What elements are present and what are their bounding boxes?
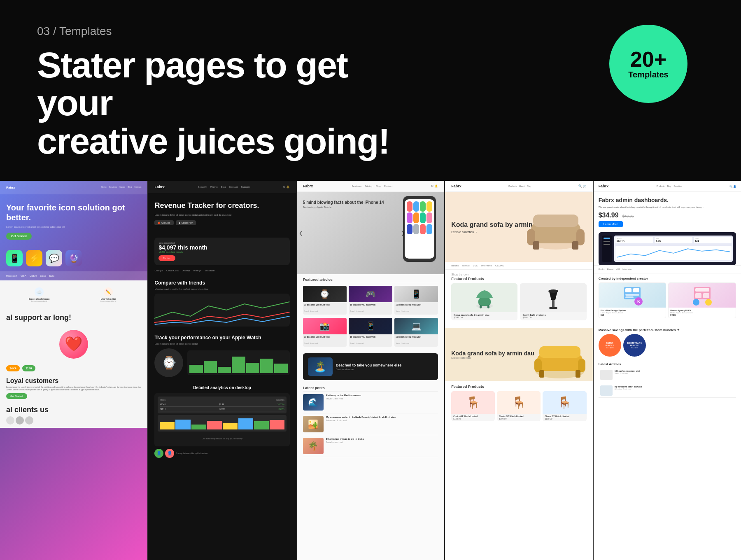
t5-nav-items: Products Blog Freebies <box>657 185 682 187</box>
t3-post-1-title: Pathway to the Mediterranean <box>326 394 361 397</box>
template-card-2[interactable]: Fabrx Security Pricing Blog Contact Supp… <box>148 181 296 560</box>
t4-product-1[interactable]: Kona grand sofa by armin dau $399.00 <box>451 283 517 320</box>
t3-article-4-meta: Travel · 5 min read <box>304 342 318 344</box>
t5-super-bundle-sub: Save $126 <box>606 347 614 349</box>
t2-google-play-btn[interactable]: ▶ Google Play <box>176 220 196 225</box>
t3-promo-card[interactable]: 🏝️ Beached to take you somewhere else Di… <box>303 353 438 380</box>
t3-article-2[interactable]: 🎮 10 beaches you must visit Travel · 5 m… <box>349 286 392 315</box>
template-card-5[interactable]: Fabrx Products Blog Freebies 🔍 👤 Fabrx a… <box>594 181 741 560</box>
t3-post-1-meta: Travel · 3 min read <box>326 397 361 400</box>
template-card-4[interactable]: Fabrx Products About Blog 🔍 🛒 Koda grand… <box>445 181 593 560</box>
template-card-1[interactable]: Fabrx Home Services Cases Blog Contact Y… <box>0 181 148 560</box>
section-label: 03 / Templates <box>37 25 704 38</box>
svg-point-33 <box>705 299 712 306</box>
t1-features-section: ☁️ Secure cloud storage Lorem ipsum dolo… <box>0 280 147 310</box>
t2-abar-3 <box>191 425 206 429</box>
t5-card-1-img: K <box>599 283 666 308</box>
t3-article-5[interactable]: 📱 10 beaches you must visit Travel · 5 m… <box>349 318 392 347</box>
t2-bar-2 <box>204 361 217 373</box>
t3-post-3[interactable]: 🌴 10 amazing things to do in Cuba Travel… <box>303 438 438 457</box>
t2-table-row2-col3: 8.30% <box>279 408 284 410</box>
t5-headline: Fabrx admin dashboards. <box>599 197 736 204</box>
t2-bar-7 <box>274 364 287 373</box>
t2-chart-title: Compare with friends <box>154 280 289 286</box>
svg-rect-12 <box>549 307 557 309</box>
t1-feature-cloud-desc: Lorem ipsum dolor sit <box>8 300 70 302</box>
t3-logo: Fabrx <box>303 184 313 188</box>
t4-featured-grid: 🪑 Chairs GT Watch Limited $199.00 🪑 Chai… <box>451 391 586 421</box>
t2-table-col1: #1543 <box>160 403 165 406</box>
t3-app-8 <box>426 212 432 223</box>
t3-article-6-meta: Travel · 5 min read <box>396 342 409 344</box>
t2-abar-2 <box>175 420 190 429</box>
t3-featured-articles: Featured articles ⌚ 10 beaches you must … <box>297 274 444 353</box>
t5-latest-articles-title: Latest Articles <box>599 362 736 366</box>
t4-featured-chair-1[interactable]: 🪑 Chairs GT Watch Limited $199.00 <box>451 391 495 421</box>
svg-rect-18 <box>539 346 580 358</box>
t4-product-2-img <box>520 283 586 312</box>
t1-feature-icon-cloud: ☁️ <box>35 287 44 296</box>
t3-article-2-meta: Travel · 5 min read <box>350 310 364 312</box>
t4-product-2[interactable]: Denyi light systems $199.00 <box>520 283 586 320</box>
t4-featured-chair-2[interactable]: 🪑 Chairs GT Watch Limited $199.00 <box>497 391 541 421</box>
t2-logos: Google Coca-Cola Disney orange outbrain <box>148 265 296 276</box>
main-heading: Stater pages to get your creative juices… <box>37 46 408 160</box>
t5-dash-card-1: Revenue $12.4K <box>615 237 653 243</box>
t2-earnings-card: You generated $4,097 this month +12% fro… <box>154 238 289 265</box>
t5-super-bundle-badge[interactable]: SUPERBUNDLE Save $126 <box>599 334 621 357</box>
t2-abar-5 <box>223 423 238 429</box>
t5-super-bundle-label: SUPERBUNDLE <box>606 342 614 347</box>
t2-instant-label: Get instant key results for any $0.39 mo… <box>202 437 242 440</box>
t2-watch-text: Lorem ipsum dolor sit amet consectetur <box>154 343 289 345</box>
t1-loyal-section: Loyal customers Lorem ipsum is simply du… <box>0 374 147 402</box>
t5-article-item-2[interactable]: My awesome safari in Dubai Adventure · 5… <box>599 384 736 398</box>
t3-next-arrow[interactable]: ❯ <box>401 230 405 236</box>
t3-post-2[interactable]: 🏜️ My awesome safari in Lahhab Desert, U… <box>303 416 438 435</box>
t4-featured-chair-3[interactable]: 🪑 Chairs GT Watch Limited $199.00 <box>543 391 586 421</box>
t5-article-1-img <box>600 370 613 380</box>
t5-cards-grid: K Kira - Mini Design System 1 item · Fig… <box>599 282 736 318</box>
t4-product-2-info: Denyi light systems $199.00 <box>520 312 586 320</box>
t5-price-row: $34.99 $49.95 <box>599 212 736 219</box>
t3-article-6[interactable]: 💻 10 beaches you must visit Travel · 5 m… <box>394 318 438 347</box>
t4-product-2-price: $199.00 <box>522 316 584 319</box>
t2-bar-5 <box>246 363 259 373</box>
t1-clients-section: al clients us <box>0 402 147 428</box>
svg-rect-9 <box>480 305 482 308</box>
t5-hero-cta-button[interactable]: Learn More <box>599 221 623 227</box>
t1-subtext: Lorem ipsum dolor sit amet consectetur a… <box>6 226 141 228</box>
t2-table-row2-col2: $4.99 <box>219 408 225 410</box>
t5-card-hawa[interactable]: Hawa - Agency UI Kit FREE · Figma, Sketc… <box>668 282 736 318</box>
t1-loyal-cta[interactable]: Get Started <box>6 393 27 399</box>
t3-article-4[interactable]: 📸 10 beaches you must visit Travel · 5 m… <box>303 318 347 347</box>
t4-featured-2-price: $199.00 <box>499 418 538 420</box>
t3-nav: Fabrx Features Pricing Blog Contact ⚙ 🔔 <box>297 181 444 192</box>
t1-loyal-headline: Loyal customers <box>6 377 141 385</box>
t4-featured-3-price: $199.00 <box>545 418 584 420</box>
t3-post-1-img: 🌊 <box>303 394 324 411</box>
t5-article-1-meta: Travel · 3 min read <box>615 372 640 374</box>
template-card-3[interactable]: Fabrx Features Pricing Blog Contact ⚙ 🔔 … <box>297 181 445 560</box>
t1-cta-button[interactable]: Get Started <box>6 233 32 240</box>
t3-promo-headline: Beached to take you somewhere else <box>336 363 402 367</box>
t1-feature-icon-editor: ✏️ <box>104 287 113 296</box>
t5-bootstrap-bundle-badge[interactable]: BOOTSTRAP 5BUNDLE Save $56 <box>623 334 646 357</box>
t5-article-item-1[interactable]: 10 beaches you must visit Travel · 3 min… <box>599 368 736 382</box>
t3-article-3[interactable]: 📱 10 beaches you must visit Travel · 5 m… <box>394 286 438 315</box>
t5-card-kira[interactable]: K Kira - Mini Design System 1 item · Fig… <box>599 282 666 318</box>
t3-app-3 <box>420 201 426 212</box>
svg-rect-25 <box>625 296 634 298</box>
t3-post-1[interactable]: 🌊 Pathway to the Mediterranean Travel · … <box>303 394 438 413</box>
t3-article-1[interactable]: ⌚ 10 beaches you must visit Travel · 5 m… <box>303 286 347 315</box>
t1-logo-visa: VISA <box>21 275 26 277</box>
t4-featured-1-info: Chairs GT Watch Limited $199.00 <box>451 414 495 421</box>
t4-hero2-headline: Koda grand sofa by armin dau <box>451 350 534 357</box>
t2-contact-btn[interactable]: Contact <box>158 255 175 261</box>
t2-bar-3 <box>218 367 231 373</box>
t1-headline: Your favorite icon solution got better. <box>6 203 141 222</box>
t2-store-buttons: 🍎 App Store ▶ Google Play <box>154 220 289 225</box>
t5-hero: Fabrx admin dashboards. We are passionat… <box>594 192 741 232</box>
t4-hero2-cta[interactable]: Explore collection → <box>451 357 534 359</box>
t2-app-store-btn[interactable]: 🍎 App Store <box>154 220 173 225</box>
t3-prev-arrow[interactable]: ❮ <box>299 230 303 236</box>
